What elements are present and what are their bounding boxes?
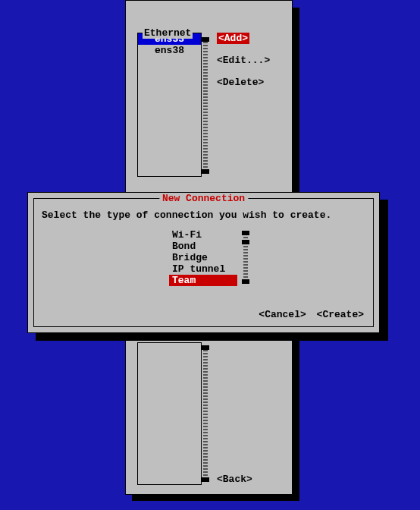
type-item-bridge[interactable]: Bridge (169, 252, 237, 263)
lower-scrollbar[interactable] (203, 345, 208, 482)
side-buttons: <Add> <Edit...> <Delete> (217, 33, 270, 99)
new-connection-dialog: New Connection Select the type of connec… (27, 192, 380, 333)
connection-scrollbar[interactable] (203, 37, 208, 174)
connection-list[interactable]: Ethernet ens33 ens38 (137, 33, 202, 177)
scroll-indicator (202, 169, 209, 174)
dialog-border: New Connection Select the type of connec… (33, 198, 374, 327)
connection-list-header: Ethernet (143, 27, 193, 39)
cancel-button[interactable]: <Cancel> (259, 309, 306, 320)
add-button[interactable]: <Add> (217, 33, 249, 44)
scroll-indicator (242, 240, 249, 244)
dialog-buttons: <Cancel> <Create> (254, 309, 364, 320)
delete-button[interactable]: <Delete> (217, 77, 270, 88)
type-item-iptunnel[interactable]: IP tunnel (169, 263, 237, 275)
dialog-prompt: Select the type of connection you wish t… (42, 209, 331, 221)
dialog-title: New Connection (159, 193, 248, 204)
scroll-indicator (202, 37, 209, 42)
scroll-indicator (242, 231, 249, 235)
scroll-indicator (202, 345, 209, 350)
type-item-bond[interactable]: Bond (169, 241, 237, 252)
scroll-indicator (242, 279, 249, 284)
type-item-wifi[interactable]: Wi-Fi (169, 229, 237, 241)
edit-button[interactable]: <Edit...> (217, 55, 270, 66)
type-scrollbar[interactable] (243, 231, 248, 284)
type-item-team[interactable]: Team (169, 275, 237, 286)
connection-type-list[interactable]: Wi-Fi Bond Bridge IP tunnel Team (169, 229, 237, 286)
device-item[interactable]: ens38 (138, 45, 201, 56)
scroll-indicator (202, 477, 209, 482)
back-button[interactable]: <Back> (217, 474, 252, 485)
create-button[interactable]: <Create> (317, 309, 364, 320)
lower-list-box (137, 342, 202, 485)
